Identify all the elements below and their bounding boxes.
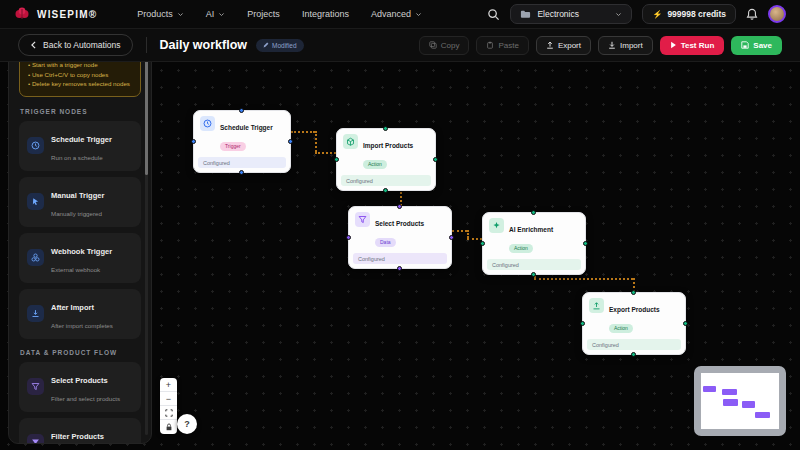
connection-handle[interactable] [191,139,196,144]
connection-handle[interactable] [346,235,351,240]
package-icon [343,134,358,149]
connection-handle[interactable] [288,139,293,144]
brand-name: WISEPIM® [37,9,97,20]
node-title: Select Products [375,220,424,227]
connection-handle[interactable] [683,321,688,326]
connection-handle[interactable] [583,241,588,246]
zoom-out-button[interactable]: − [160,392,177,406]
menu-products[interactable]: Products [137,9,184,19]
top-navbar: WISEPIM® Products AI Projects Integratio… [0,0,800,29]
node-status: Configured [587,339,681,350]
node-export-products[interactable]: Export Products Action Configured [582,292,686,355]
lock-icon [165,423,173,431]
connection-handle[interactable] [334,157,339,162]
zoom-in-button[interactable]: + [160,378,177,392]
connection-ai-export [534,278,633,280]
back-to-automations-button[interactable]: Back to Automations [18,34,133,56]
sidebar-item-select-products[interactable]: Select Products Filter and select produc… [19,362,141,412]
copy-icon [429,41,437,49]
node-status: Configured [487,259,581,270]
node-schedule-trigger[interactable]: Schedule Trigger Trigger Configured [193,110,291,173]
connection-handle[interactable] [580,321,585,326]
sidebar-item-webhook-trigger[interactable]: Webhook Trigger External webhook [19,233,141,283]
sidebar-item-filter-products[interactable]: Filter Products Further filter products [19,418,141,444]
credits-badge[interactable]: ⚡ 999998 credits [642,4,736,24]
copy-button[interactable]: Copy [419,36,470,55]
add-nodes-panel: Add Nodes ✕ Pro Tips: Start with a trigg… [8,6,152,444]
connection-select-ai [467,238,482,240]
fit-view-icon [165,409,173,417]
node-type-badge: Trigger [220,142,246,151]
lock-button[interactable] [160,420,177,434]
connection-handle[interactable] [397,266,402,271]
credits-value: 999998 credits [667,9,726,19]
pro-tip: Use Ctrl+C/V to copy nodes [28,70,132,80]
menu-ai[interactable]: AI [206,9,226,19]
app-window: WISEPIM® Products AI Projects Integratio… [0,0,800,450]
main-menu: Products AI Projects Integrations Advanc… [137,9,487,19]
menu-projects[interactable]: Projects [247,9,280,19]
connection-handle[interactable] [449,235,454,240]
connection-handle[interactable] [383,126,388,131]
save-floppy-icon [741,41,749,49]
test-run-button[interactable]: Test Run [660,36,725,55]
connection-handle[interactable] [531,210,536,215]
menu-advanced[interactable]: Advanced [371,9,422,19]
export-button[interactable]: Export [536,36,591,55]
node-select-products[interactable]: Select Products Data Configured [348,206,452,269]
paste-button[interactable]: Paste [476,36,528,55]
workspace-select[interactable]: Electronics [510,4,632,24]
sidebar-item-manual-trigger[interactable]: Manual Trigger Manually triggered [19,177,141,227]
sidebar-item-schedule-trigger[interactable]: Schedule Trigger Run on a schedule [19,121,141,171]
menu-integrations[interactable]: Integrations [302,9,349,19]
minimap-node [722,389,737,395]
pro-tip: Delete key removes selected nodes [28,79,132,89]
export-icon [546,41,554,49]
connection-handle[interactable] [531,272,536,277]
save-button[interactable]: Save [731,36,782,55]
brand[interactable]: WISEPIM® [14,6,97,22]
clock-icon [200,116,215,131]
connection-handle[interactable] [480,241,485,246]
toolbar-actions: Copy Paste Export Import Test Run Save [419,36,782,55]
node-ai-enrichment[interactable]: AI Enrichment Action Configured [482,212,586,275]
chevron-down-icon [415,11,422,18]
node-status: Configured [341,175,431,186]
node-title: Schedule Trigger [220,124,273,131]
user-avatar[interactable] [768,5,786,23]
connection-handle[interactable] [631,352,636,357]
bell-icon[interactable] [746,8,758,21]
connection-schedule-import [315,131,317,152]
help-button[interactable]: ? [177,414,197,434]
import-button[interactable]: Import [598,36,653,55]
minimap[interactable] [694,366,786,436]
connection-handle[interactable] [239,108,244,113]
import-icon [608,41,616,49]
clock-icon [27,137,44,154]
search-icon[interactable] [487,8,500,21]
node-title: Import Products [363,142,413,149]
connection-handle[interactable] [631,290,636,295]
sidebar-scrollbar[interactable] [145,15,148,435]
connection-handle[interactable] [397,204,402,209]
node-type-badge: Data [375,238,396,247]
chevron-left-icon [30,41,37,49]
connection-schedule-import [315,152,336,154]
canvas-zoom-controls: + − [160,378,177,434]
node-title: Export Products [609,306,660,313]
section-data-product-flow: DATA & PRODUCT FLOW [20,349,141,356]
connection-handle[interactable] [239,170,244,175]
node-import-products[interactable]: Import Products Action Configured [336,128,436,191]
funnel-icon [355,212,370,227]
connection-select-ai [467,230,469,238]
fit-view-button[interactable] [160,406,177,420]
download-check-icon [27,305,44,322]
node-title: AI Enrichment [509,226,553,233]
section-trigger-nodes: TRIGGER NODES [20,108,141,115]
connection-handle[interactable] [433,157,438,162]
sidebar-item-after-import[interactable]: After Import After import completes [19,289,141,339]
brain-logo-icon [14,6,30,22]
pencil-icon [263,42,269,48]
connection-handle[interactable] [383,188,388,193]
modified-status-badge: Modified [256,39,304,52]
